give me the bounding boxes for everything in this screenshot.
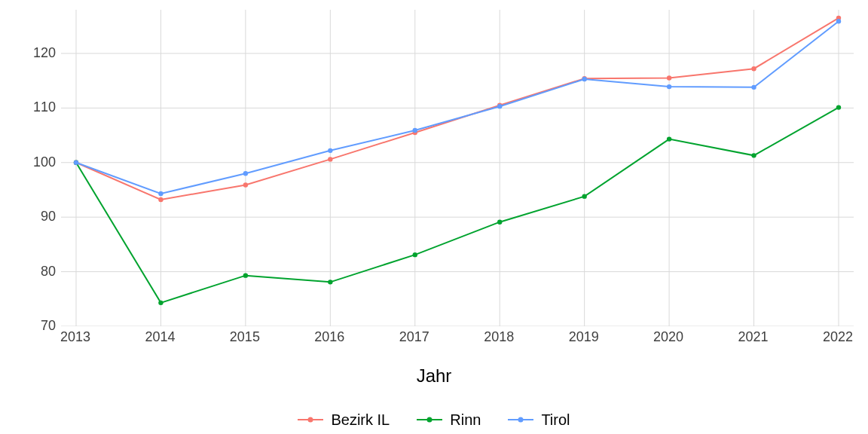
svg-point-33 bbox=[667, 136, 671, 141]
legend-label: Rinn bbox=[450, 411, 481, 429]
x-tick: 2022 bbox=[823, 329, 853, 345]
x-axis-label: Jahr bbox=[0, 365, 868, 387]
x-tick: 2021 bbox=[738, 329, 769, 345]
legend-item-rinn: Rinn bbox=[417, 411, 481, 429]
y-tick: 110 bbox=[21, 99, 56, 115]
legend-item-tirol: Tirol bbox=[508, 411, 570, 429]
legend-label: Tirol bbox=[541, 411, 570, 429]
svg-point-18 bbox=[243, 182, 248, 187]
svg-point-30 bbox=[413, 252, 417, 257]
svg-point-31 bbox=[497, 219, 502, 224]
svg-point-36 bbox=[74, 160, 78, 165]
svg-point-41 bbox=[497, 104, 502, 108]
svg-point-40 bbox=[413, 128, 417, 133]
svg-point-17 bbox=[158, 197, 163, 202]
legend-swatch-icon bbox=[417, 419, 442, 420]
x-tick: 2015 bbox=[230, 329, 260, 345]
plot-area bbox=[60, 9, 854, 327]
x-tick: 2019 bbox=[569, 329, 599, 345]
svg-point-37 bbox=[158, 191, 163, 196]
x-tick: 2016 bbox=[314, 329, 344, 345]
x-tick: 2018 bbox=[484, 329, 514, 345]
x-tick: 2013 bbox=[60, 329, 90, 345]
svg-point-35 bbox=[836, 105, 841, 109]
legend-swatch-icon bbox=[298, 419, 323, 420]
plot-svg bbox=[61, 10, 854, 326]
x-tick: 2014 bbox=[145, 329, 175, 345]
y-tick: 70 bbox=[21, 318, 56, 334]
svg-point-45 bbox=[836, 19, 841, 23]
svg-point-32 bbox=[582, 194, 586, 198]
series-tirol bbox=[74, 19, 841, 196]
svg-point-43 bbox=[667, 84, 671, 89]
legend: Bezirk ILRinnTirol bbox=[0, 407, 868, 429]
y-tick: 90 bbox=[21, 209, 56, 225]
series-bezirk-il bbox=[74, 16, 841, 203]
legend-item-bezirk-il: Bezirk IL bbox=[298, 411, 390, 429]
svg-point-29 bbox=[328, 280, 332, 284]
svg-point-34 bbox=[751, 153, 756, 157]
svg-point-23 bbox=[667, 75, 671, 80]
x-tick: 2020 bbox=[653, 329, 683, 345]
svg-point-19 bbox=[328, 157, 332, 161]
y-tick: 100 bbox=[21, 154, 56, 170]
series-rinn bbox=[74, 105, 841, 305]
svg-point-24 bbox=[751, 66, 756, 71]
y-tick: 120 bbox=[21, 44, 56, 60]
svg-point-27 bbox=[158, 301, 163, 305]
svg-point-28 bbox=[243, 273, 248, 277]
x-tick: 2017 bbox=[399, 329, 429, 345]
svg-point-39 bbox=[328, 148, 332, 153]
legend-swatch-icon bbox=[508, 419, 533, 420]
svg-point-42 bbox=[582, 77, 586, 81]
svg-point-44 bbox=[751, 85, 756, 90]
svg-point-38 bbox=[243, 171, 248, 176]
chart-container: Index 2013 = 100 20132014201520162017201… bbox=[0, 0, 868, 434]
legend-label: Bezirk IL bbox=[331, 411, 390, 429]
y-tick: 80 bbox=[21, 263, 56, 279]
